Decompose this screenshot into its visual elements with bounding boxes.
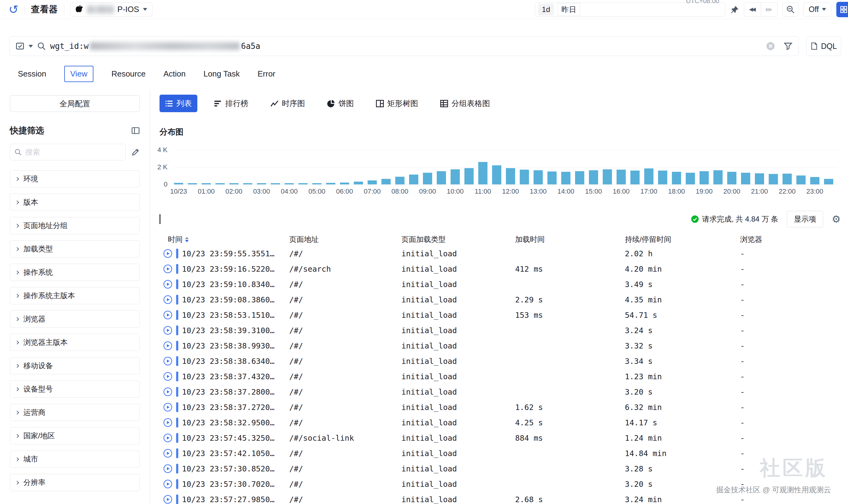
- sidebar-filter-浏览器主版本[interactable]: 浏览器主版本: [10, 334, 140, 351]
- table-row[interactable]: 10/23 23:59:08.3860… /#/ initial_load 2.…: [150, 292, 848, 307]
- chart-bar[interactable]: [299, 183, 308, 184]
- chevron-down-icon[interactable]: [29, 45, 33, 48]
- play-session-icon[interactable]: [163, 249, 173, 258]
- sidebar-filter-操作系统[interactable]: 操作系统: [10, 264, 140, 281]
- table-row[interactable]: 10/23 23:58:37.2720… /#/ initial_load 1.…: [150, 399, 848, 415]
- chart-bar[interactable]: [202, 183, 211, 184]
- chart-bar[interactable]: [215, 183, 225, 184]
- chart-bar[interactable]: [755, 173, 764, 184]
- chart-bar[interactable]: [354, 182, 363, 184]
- shift-backward-button[interactable]: ◀◀: [744, 3, 761, 16]
- chart-bar[interactable]: [465, 168, 474, 184]
- query-search-bar[interactable]: wgt_id:w 6a5a: [9, 36, 799, 56]
- column-header[interactable]: 浏览器: [740, 234, 848, 244]
- sidebar-filter-国家/地区[interactable]: 国家/地区: [10, 427, 140, 444]
- chart-bar[interactable]: [395, 177, 404, 184]
- play-session-icon[interactable]: [163, 264, 173, 273]
- global-config-button[interactable]: 全局配置: [10, 95, 140, 112]
- sidebar-filter-环境[interactable]: 环境: [10, 170, 140, 187]
- chart-bar[interactable]: [630, 170, 639, 184]
- play-session-icon[interactable]: [163, 341, 173, 350]
- chart-bar[interactable]: [367, 180, 377, 184]
- play-session-icon[interactable]: [163, 372, 173, 381]
- app-selector-dropdown[interactable]: P-IOS: [70, 2, 152, 17]
- column-header[interactable]: 加载时间: [515, 234, 625, 244]
- chart-bar[interactable]: [285, 183, 294, 184]
- sidebar-filter-城市[interactable]: 城市: [10, 451, 140, 468]
- play-session-icon[interactable]: [163, 449, 173, 458]
- sort-icon[interactable]: [185, 237, 189, 242]
- chart-bar[interactable]: [451, 169, 460, 184]
- chart-bar[interactable]: [575, 171, 584, 184]
- time-range-preset[interactable]: 昨日: [558, 3, 580, 16]
- chart-bar[interactable]: [326, 183, 335, 184]
- inline-filter-cursor[interactable]: [160, 214, 160, 224]
- play-session-icon[interactable]: [163, 464, 173, 473]
- chart-bar[interactable]: [257, 183, 266, 184]
- chart-bar[interactable]: [589, 170, 598, 184]
- sidebar-filter-设备型号[interactable]: 设备型号: [10, 380, 140, 398]
- table-row[interactable]: 10/23 23:58:39.3100… /#/ initial_load 3.…: [150, 323, 848, 338]
- chart-bar[interactable]: [492, 165, 501, 184]
- chart-bar[interactable]: [520, 169, 529, 184]
- table-row[interactable]: 10/23 23:57:42.1050… /#/ initial_load 14…: [150, 446, 848, 461]
- shift-forward-button[interactable]: ▶▶: [761, 3, 777, 16]
- refresh-off-dropdown[interactable]: Off: [804, 2, 831, 17]
- gear-icon[interactable]: ⚙: [832, 214, 841, 224]
- table-row[interactable]: 10/23 23:58:37.2800… /#/ initial_load 3.…: [150, 384, 848, 399]
- chart-bar[interactable]: [672, 172, 681, 184]
- chart-bar[interactable]: [547, 172, 557, 184]
- play-session-icon[interactable]: [163, 433, 173, 443]
- column-header[interactable]: 页面地址: [289, 234, 401, 244]
- play-session-icon[interactable]: [163, 387, 173, 396]
- table-row[interactable]: 10/23 23:58:38.6340… /#/ initial_load 3.…: [150, 354, 848, 369]
- tab-action[interactable]: Action: [163, 69, 186, 79]
- sidebar-filter-分辨率[interactable]: 分辨率: [10, 474, 140, 491]
- table-row[interactable]: 10/23 23:57:27.9850… /#/ initial_load 2.…: [150, 492, 848, 504]
- sidebar-search-input[interactable]: [25, 148, 121, 157]
- clear-query-icon[interactable]: [766, 41, 775, 51]
- play-session-icon[interactable]: [163, 310, 173, 320]
- chart-bar[interactable]: [381, 179, 391, 184]
- table-row[interactable]: 10/23 23:59:55.3551… /#/ initial_load 2.…: [150, 246, 848, 261]
- view-type-排行榜[interactable]: 排行榜: [209, 95, 254, 112]
- play-session-icon[interactable]: [163, 295, 173, 304]
- chart-bar[interactable]: [782, 174, 792, 184]
- display-items-button[interactable]: 显示项: [787, 211, 823, 228]
- table-row[interactable]: 10/23 23:57:30.7020… /#/ initial_load 3.…: [150, 476, 848, 492]
- play-session-icon[interactable]: [163, 495, 173, 504]
- chart-bar[interactable]: [229, 183, 238, 184]
- collapse-panel-icon[interactable]: [131, 126, 140, 135]
- chart-bar[interactable]: [603, 169, 612, 184]
- table-row[interactable]: 10/23 23:59:10.8340… /#/ initial_load 3.…: [150, 276, 848, 292]
- table-row[interactable]: 10/23 23:57:45.3250… /#/social-link init…: [150, 430, 848, 446]
- chart-bar[interactable]: [686, 173, 695, 184]
- filter-funnel-icon[interactable]: [784, 42, 792, 50]
- chart-bar[interactable]: [271, 183, 280, 184]
- corner-action-button[interactable]: [836, 2, 848, 17]
- table-row[interactable]: 10/23 23:57:30.8520… /#/ initial_load 3.…: [150, 461, 848, 476]
- play-session-icon[interactable]: [163, 357, 173, 366]
- chart-bar[interactable]: [437, 171, 446, 184]
- table-row[interactable]: 10/23 23:58:32.9500… /#/ initial_load 4.…: [150, 415, 848, 430]
- chart-bar[interactable]: [700, 171, 709, 184]
- chart-bar[interactable]: [534, 170, 543, 184]
- chart-bar[interactable]: [810, 177, 819, 184]
- chart-bar[interactable]: [644, 168, 653, 184]
- play-session-icon[interactable]: [163, 402, 173, 412]
- sidebar-filter-版本[interactable]: 版本: [10, 194, 140, 211]
- sidebar-filter-浏览器[interactable]: 浏览器: [10, 310, 140, 328]
- tab-view[interactable]: View: [64, 66, 94, 82]
- sidebar-filter-移动设备[interactable]: 移动设备: [10, 357, 140, 374]
- search-query-input[interactable]: wgt_id:w 6a5a: [50, 41, 260, 51]
- sidebar-filter-页面地址分组[interactable]: 页面地址分组: [10, 217, 140, 234]
- back-undo-icon[interactable]: ↺: [8, 4, 18, 15]
- play-session-icon[interactable]: [163, 280, 173, 289]
- chart-bar[interactable]: [617, 169, 626, 184]
- play-session-icon[interactable]: [163, 418, 173, 427]
- sidebar-filter-操作系统主版本[interactable]: 操作系统主版本: [10, 287, 140, 304]
- dql-button[interactable]: DQL: [806, 36, 841, 56]
- chart-bar[interactable]: [741, 173, 750, 184]
- table-row[interactable]: 10/23 23:58:38.9930… /#/ initial_load 3.…: [150, 338, 848, 354]
- chart-bar[interactable]: [796, 176, 806, 184]
